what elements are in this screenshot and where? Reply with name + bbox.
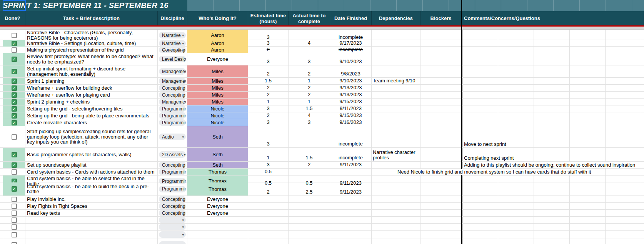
who-cell[interactable]: Miles <box>187 65 248 77</box>
task-cell[interactable]: Narrative Bible - Characters (Goals, per… <box>25 30 158 41</box>
who-cell[interactable]: Everyone <box>187 210 248 216</box>
task-cell[interactable] <box>25 231 158 239</box>
actual-cell[interactable]: 1.5 <box>289 148 330 161</box>
actual-cell[interactable] <box>289 231 330 239</box>
estimated-cell[interactable] <box>248 239 289 244</box>
date-finished-cell[interactable]: 9/13/2023 <box>330 85 372 91</box>
blockers-cell[interactable] <box>420 99 462 105</box>
done-checkbox[interactable] <box>12 242 17 244</box>
estimated-cell[interactable]: 3 <box>248 119 289 126</box>
who-cell[interactable]: Aaron <box>187 30 248 41</box>
estimated-cell[interactable] <box>248 203 289 209</box>
discipline-dropdown[interactable]: Management▾ <box>159 78 186 84</box>
dependencies-cell[interactable] <box>372 53 420 65</box>
dependencies-cell[interactable] <box>372 119 420 126</box>
discipline-dropdown[interactable]: ▾ <box>159 231 186 238</box>
comments-cell[interactable] <box>462 92 644 98</box>
date-finished-cell[interactable]: 9/11/2023 <box>330 105 372 112</box>
estimated-cell[interactable]: 2 <box>248 92 289 98</box>
done-checkbox[interactable] <box>12 224 17 230</box>
task-cell[interactable]: Play Invisible Inc. <box>25 196 158 202</box>
date-finished-cell[interactable]: 9/15/2023 <box>330 112 372 119</box>
date-finished-cell[interactable]: 9/16/2023 <box>330 119 372 126</box>
dependencies-cell[interactable] <box>372 85 420 91</box>
date-finished-cell[interactable] <box>330 203 372 209</box>
actual-cell[interactable]: 3 <box>289 119 330 126</box>
comments-cell[interactable] <box>462 119 644 126</box>
dependencies-cell[interactable] <box>372 92 420 98</box>
blockers-cell[interactable] <box>420 148 462 161</box>
dependencies-cell[interactable] <box>372 105 420 112</box>
done-checkbox[interactable] <box>12 47 17 53</box>
comments-cell[interactable] <box>462 182 644 196</box>
blockers-cell[interactable] <box>420 119 462 126</box>
discipline-dropdown[interactable]: Programming▾ <box>159 186 186 192</box>
comments-cell[interactable] <box>462 65 644 77</box>
task-cell[interactable]: Setting up the grid - selecting/hovering… <box>25 105 158 112</box>
date-finished-cell[interactable]: 9/13/2023 <box>330 92 372 98</box>
done-checkbox[interactable]: ✓ <box>12 92 17 98</box>
task-cell[interactable]: Basic programmer sprites for characters,… <box>25 148 158 161</box>
discipline-dropdown[interactable]: Concepting▾ <box>159 47 186 53</box>
discipline-dropdown[interactable]: Management▾ <box>159 99 186 105</box>
who-cell[interactable]: Thomas <box>187 169 248 175</box>
done-checkbox[interactable]: ✓ <box>12 85 17 91</box>
actual-cell[interactable] <box>289 126 330 147</box>
actual-cell[interactable]: 2 <box>289 85 330 91</box>
who-cell[interactable]: Nicole <box>187 119 248 126</box>
done-checkbox[interactable]: ✓ <box>12 41 17 46</box>
actual-cell[interactable] <box>289 169 330 175</box>
dependencies-cell[interactable] <box>372 99 420 105</box>
date-finished-cell[interactable]: Incomplete <box>330 30 372 41</box>
dependencies-cell[interactable] <box>372 239 420 244</box>
dependencies-cell[interactable] <box>372 182 420 196</box>
blockers-cell[interactable] <box>420 182 462 196</box>
discipline-dropdown[interactable]: Management▾ <box>159 68 186 75</box>
date-finished-cell[interactable]: 9/15/2023 <box>330 99 372 105</box>
comments-cell[interactable] <box>462 40 644 47</box>
task-cell[interactable]: Wireframe + userflow for building deck <box>25 85 158 91</box>
done-checkbox[interactable]: ✓ <box>12 69 17 74</box>
done-checkbox[interactable] <box>12 169 17 175</box>
who-cell[interactable] <box>187 224 248 230</box>
done-checkbox[interactable]: ✓ <box>12 79 17 84</box>
estimated-cell[interactable]: 3 <box>248 30 289 41</box>
blockers-cell[interactable]: Need Nicole to finish grid and movement … <box>420 169 462 175</box>
task-cell[interactable]: Wireframe + userflow for playing card <box>25 92 158 98</box>
comments-cell[interactable] <box>462 78 644 84</box>
actual-cell[interactable]: 1 <box>289 99 330 105</box>
done-checkbox[interactable]: ✓ <box>12 120 17 125</box>
blockers-cell[interactable] <box>420 92 462 98</box>
dependencies-cell[interactable] <box>372 65 420 77</box>
dependencies-cell[interactable] <box>372 203 420 209</box>
dependencies-cell[interactable] <box>372 126 420 147</box>
discipline-dropdown[interactable]: Narrative▾ <box>159 32 186 38</box>
actual-cell[interactable]: 2.5 <box>289 182 330 196</box>
done-checkbox[interactable]: ✓ <box>12 186 17 192</box>
discipline-dropdown[interactable]: Concepting▾ <box>159 196 186 202</box>
comments-cell[interactable] <box>462 53 644 65</box>
task-cell[interactable]: Set up initial sprint formatting + disco… <box>25 65 158 77</box>
actual-cell[interactable] <box>289 30 330 41</box>
comments-cell[interactable] <box>462 47 644 53</box>
who-cell[interactable]: Everyone <box>187 203 248 209</box>
task-cell[interactable]: Narrative Bible - Settings (Location, cu… <box>25 40 158 47</box>
estimated-cell[interactable]: 3 <box>248 105 289 112</box>
discipline-dropdown[interactable]: Concepting▾ <box>159 203 186 209</box>
comments-cell[interactable]: Adding to this playlist should be ongoin… <box>462 162 644 168</box>
date-finished-cell[interactable]: incomplete <box>330 47 372 53</box>
actual-cell[interactable]: 1 <box>289 78 330 84</box>
discipline-dropdown[interactable]: ▾ <box>159 241 186 244</box>
who-cell[interactable]: Miles <box>187 99 248 105</box>
discipline-dropdown[interactable]: Concepting▾ <box>159 92 186 98</box>
blockers-cell[interactable] <box>420 231 462 239</box>
done-checkbox[interactable] <box>12 33 17 38</box>
dependencies-cell[interactable] <box>372 196 420 202</box>
blockers-cell[interactable] <box>420 30 462 41</box>
blockers-cell[interactable] <box>420 105 462 112</box>
dependencies-cell[interactable]: Team meeting 9/10 <box>372 78 420 84</box>
estimated-cell[interactable]: 3 <box>248 162 289 168</box>
task-cell[interactable]: Play Fights in Tight Spaces <box>25 203 158 209</box>
estimated-cell[interactable] <box>248 196 289 202</box>
date-finished-cell[interactable]: 9/11/2023 <box>330 162 372 168</box>
